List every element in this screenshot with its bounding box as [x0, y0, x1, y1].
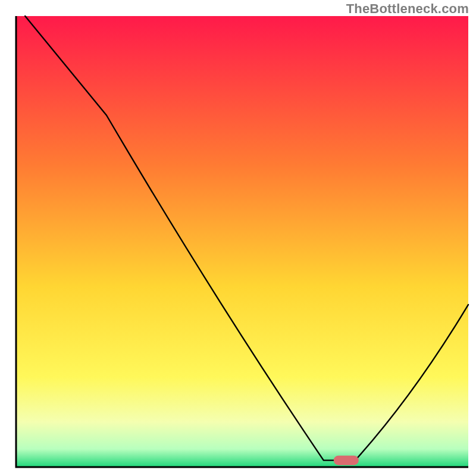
optimal-marker — [334, 456, 359, 465]
plot-background — [16, 16, 468, 467]
bottleneck-chart — [0, 0, 476, 476]
chart-container: TheBottleneck.com — [0, 0, 476, 476]
watermark-label: TheBottleneck.com — [346, 1, 469, 17]
plot-area — [16, 16, 468, 467]
